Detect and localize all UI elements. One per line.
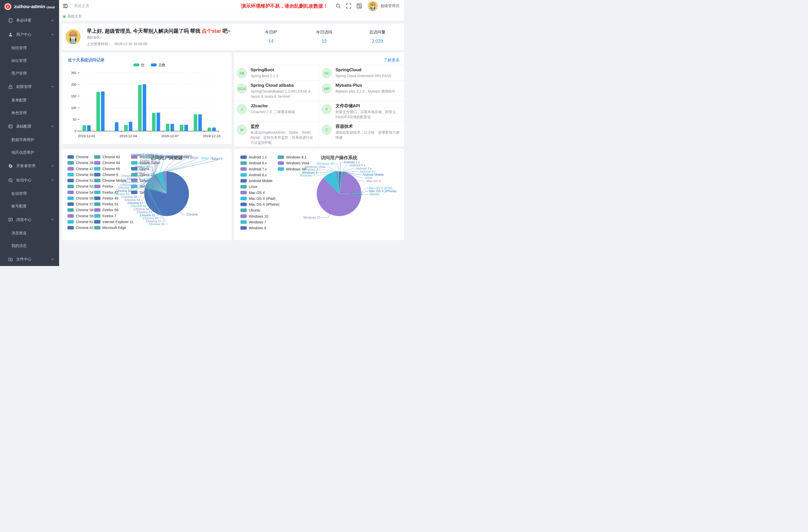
legend-label[interactable]: Firefox 56: [103, 208, 118, 212]
sidebar-item[interactable]: 基础配置: [0, 119, 59, 133]
bar-您-2019-12-03[interactable]: [110, 131, 114, 131]
legend-label[interactable]: Chrome 53: [76, 184, 93, 188]
legend-label[interactable]: Chrome 58: [76, 208, 93, 212]
sidebar-item[interactable]: 用户中心: [0, 27, 59, 41]
legend-label[interactable]: 总数: [159, 63, 166, 67]
sidebar-item[interactable]: 权限管理: [0, 80, 59, 94]
legend-swatch[interactable]: [240, 203, 247, 206]
legend-label[interactable]: Chrome 63: [103, 155, 120, 159]
legend-label[interactable]: Chrome 59: [76, 214, 93, 218]
sidebar-item[interactable]: 消息推送: [0, 227, 59, 239]
tech-item[interactable]: M 监控 集成SpringBootAdmin、Zipkin、Redis、Mysq…: [234, 122, 319, 146]
bar-总数-2019-12-07[interactable]: [170, 124, 174, 131]
legend-label[interactable]: Chrome 49: [76, 173, 93, 177]
legend-label[interactable]: Android 8.x: [249, 173, 267, 177]
legend-swatch[interactable]: [68, 214, 74, 218]
legend-swatch[interactable]: [240, 173, 247, 177]
sidebar-item[interactable]: 开发者管理: [0, 159, 59, 173]
legend-swatch[interactable]: [278, 155, 284, 159]
legend-swatch[interactable]: [94, 173, 100, 177]
stat-value[interactable]: 2,029: [351, 39, 404, 44]
legend-label[interactable]: Windows Vista: [286, 161, 309, 165]
legend-swatch[interactable]: [240, 167, 247, 171]
learn-more-link[interactable]: 了解更多: [383, 58, 400, 63]
sidebar-item[interactable]: 用户管理: [0, 67, 59, 80]
legend-swatch[interactable]: [94, 191, 100, 194]
legend-swatch[interactable]: [94, 220, 100, 224]
bar-您-2019-12-05[interactable]: [138, 85, 142, 131]
legend-label[interactable]: Chrome 64: [103, 161, 120, 165]
bar-总数-2019-12-03[interactable]: [115, 122, 118, 131]
legend-swatch[interactable]: [278, 167, 284, 171]
bar-总数-2019-12-01[interactable]: [87, 125, 91, 131]
legend-swatch[interactable]: [94, 226, 100, 230]
legend-label[interactable]: Android 1.x: [249, 155, 267, 159]
sidebar-item[interactable]: 组织管理: [0, 41, 59, 54]
legend-label[interactable]: Mac OS X (iPhone): [249, 202, 279, 206]
tech-item[interactable]: SC SpringCloud Spring Cloud Greenwich.RE…: [319, 65, 404, 81]
legend-label[interactable]: Chrome 55: [76, 196, 93, 200]
legend-swatch[interactable]: [94, 185, 100, 188]
legend-swatch[interactable]: [68, 226, 74, 230]
bar-您-2019-12-07[interactable]: [166, 124, 169, 131]
legend-label[interactable]: Chrome 8: [103, 173, 118, 177]
legend-label[interactable]: Mac OS X: [249, 191, 265, 195]
star-link[interactable]: 点个star: [202, 28, 221, 34]
legend-label[interactable]: Chrome 65: [103, 167, 120, 171]
legend-swatch[interactable]: [278, 161, 284, 165]
legend-swatch[interactable]: [68, 155, 74, 159]
legend-swatch[interactable]: [68, 161, 74, 165]
collapse-menu-icon[interactable]: [63, 4, 68, 8]
tech-item[interactable]: MP Mybatis-Plus Mybatis-plus 3.2.0：Mybat…: [319, 81, 404, 101]
sidebar-item[interactable]: 岗位管理: [0, 54, 59, 67]
tech-item[interactable]: F 文件存储API 封装文件接口，实现本地存储、阿里云、FastDFS存储的配置…: [319, 101, 404, 122]
legend-label[interactable]: Ubuntu: [249, 208, 260, 212]
legend-label[interactable]: Firefox: [103, 184, 113, 188]
legend-swatch[interactable]: [240, 185, 247, 188]
current-user-name[interactable]: 超级管理员: [381, 3, 400, 8]
tech-item[interactable]: SCA Spring Cloud alibaba SpringCloudAlib…: [234, 81, 319, 101]
bar-您-2019-12-08[interactable]: [180, 125, 183, 131]
legend-label[interactable]: Windows 7: [249, 220, 266, 224]
legend-swatch[interactable]: [94, 179, 100, 182]
legend-swatch[interactable]: [240, 191, 247, 195]
legend-swatch[interactable]: [94, 214, 100, 218]
legend-swatch[interactable]: [94, 161, 100, 165]
legend-swatch[interactable]: [240, 215, 247, 218]
stat-value[interactable]: 15: [297, 39, 351, 44]
legend-label[interactable]: Chrome 54: [76, 190, 93, 195]
legend-swatch[interactable]: [240, 179, 247, 183]
tech-item[interactable]: SB SpringBoot Spring Boot 2.1.2: [234, 65, 319, 81]
legend-label[interactable]: Firefox 7: [103, 214, 116, 218]
bar-您-2019-12-04[interactable]: [124, 125, 128, 131]
legend-label[interactable]: 您: [141, 63, 145, 67]
legend-label[interactable]: Linux: [249, 185, 257, 189]
fullscreen-icon[interactable]: [346, 3, 351, 8]
legend-label[interactable]: Chrome 51: [76, 179, 93, 183]
bar-您-2019-12-01[interactable]: [82, 125, 86, 131]
sidebar-item[interactable]: 角色管理: [0, 107, 59, 119]
sidebar-item[interactable]: 短信管理: [0, 187, 59, 200]
stat-value[interactable]: 14: [244, 39, 297, 44]
legend-swatch[interactable]: [240, 161, 247, 165]
legend-swatch[interactable]: [94, 167, 100, 171]
sidebar-item[interactable]: 文件中心: [0, 252, 59, 266]
sidebar-item[interactable]: 短信中心: [0, 173, 59, 187]
bar-您-2019-12-10[interactable]: [208, 128, 211, 131]
bar-总数-2019-12-08[interactable]: [184, 125, 188, 131]
legend-label[interactable]: Chrome 26: [76, 161, 93, 165]
user-avatar[interactable]: [368, 1, 378, 11]
legend-label[interactable]: Chrome 57: [76, 202, 93, 206]
bar-您-2019-12-02[interactable]: [96, 92, 100, 131]
legend-label[interactable]: Chrome 62: [76, 226, 93, 230]
legend-label[interactable]: Chrome 61: [76, 220, 93, 224]
legend-swatch[interactable]: [68, 197, 74, 200]
legend-label[interactable]: Chrome 47: [76, 167, 93, 171]
legend-label[interactable]: Microsoft Edge: [103, 226, 126, 230]
sidebar-item[interactable]: 菜单配置: [0, 94, 59, 107]
tech-item[interactable]: C 容器技术 虚拟化容器技术，让迁移、部署更加方便快捷: [319, 122, 404, 146]
legend-label[interactable]: Android Mobile: [249, 179, 273, 183]
legend-swatch[interactable]: [94, 208, 100, 212]
legend-swatch[interactable]: [240, 155, 247, 159]
bar-您-2019-12-06[interactable]: [152, 113, 155, 131]
